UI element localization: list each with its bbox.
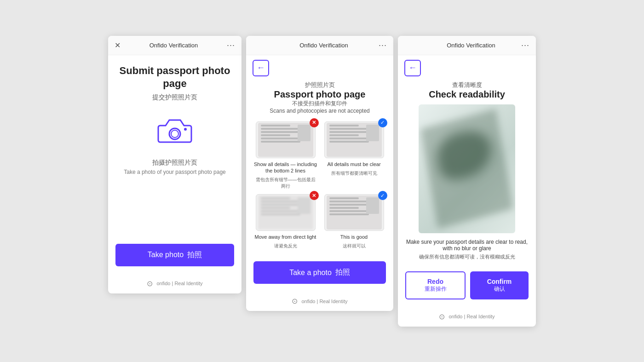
take-passport-subtitle-en: Take a photo of your passport photo page xyxy=(124,169,226,175)
onfido-logo-3: ⊙ onfido | Real Identity xyxy=(398,307,536,327)
onfido-logo-text-3: onfido | Real Identity xyxy=(448,314,494,319)
example-bad-glare: ✕ Move away from direct light 请避免反光 xyxy=(253,194,317,249)
examples-grid: ✕ Show all details — including the botto… xyxy=(253,121,386,250)
confirm-label-en: Confirm xyxy=(476,278,523,285)
caption-en-cutoff: Show all details — including the bottom … xyxy=(253,161,317,174)
title-bar-1: ✕ Onfido Verification ··· xyxy=(108,36,242,55)
redo-button[interactable]: Redo 重新操作 xyxy=(405,271,466,299)
example-img-bad-glare: ✕ xyxy=(256,194,316,231)
panel-3-body: 查看清晰度 Check readability Make sure your p… xyxy=(398,81,536,307)
caption-zh-glare: 请避免反光 xyxy=(274,243,297,249)
more-options-icon[interactable]: ··· xyxy=(227,40,235,50)
title-bar-3: Onfido Verification ··· xyxy=(398,36,536,55)
passport-mockup-good xyxy=(327,195,382,230)
onfido-logo-icon-2: ⊙ xyxy=(292,297,298,305)
onfido-logo-icon-3: ⊙ xyxy=(439,312,445,321)
confirm-label-zh: 确认 xyxy=(476,285,523,293)
caption-zh-cutoff: 需包含所有细节——包括最后两行 xyxy=(253,177,317,190)
svg-point-1 xyxy=(171,130,178,138)
take-photo-en-label: Take photo xyxy=(148,251,184,259)
panel-1: ✕ Onfido Verification ··· Submit passpor… xyxy=(108,36,242,293)
panel-2: Onfido Verification ··· ← 护照照片页 Passport… xyxy=(246,36,393,311)
camera-icon xyxy=(156,115,193,145)
bad-badge-glare: ✕ xyxy=(310,191,319,200)
readability-title-en: Check readability xyxy=(429,89,505,100)
readability-title-zh: 查看清晰度 xyxy=(429,81,505,89)
passport-mockup-cutoff xyxy=(258,123,313,157)
confirm-button[interactable]: Confirm 确认 xyxy=(470,271,529,299)
svg-point-2 xyxy=(184,128,187,131)
panel-2-header: 护照照片页 Passport photo page 不接受扫描件和复印件 Sca… xyxy=(270,81,370,114)
no-scans-label-zh: 不接受扫描件和复印件 xyxy=(270,100,370,108)
readability-desc-en: Make sure your passport details are clea… xyxy=(405,239,529,252)
panel-2-body: 护照照片页 Passport photo page 不接受扫描件和复印件 Sca… xyxy=(246,81,393,292)
passport-mockup-glare xyxy=(258,195,313,230)
panel-3-title: Onfido Verification xyxy=(447,42,495,49)
example-img-good-this: ✓ xyxy=(324,194,384,231)
submit-passport-title-en: Submit passport photo page xyxy=(115,64,234,91)
passport-page-label-zh: 护照照片页 xyxy=(270,81,370,89)
onfido-logo-icon-1: ⊙ xyxy=(147,279,153,288)
take-photo-en-label-2: Take a photo xyxy=(289,269,332,277)
good-badge-clear: ✓ xyxy=(378,118,387,127)
no-scans-label-en: Scans and photocopies are not accepted xyxy=(270,108,370,114)
action-buttons: Redo 重新操作 Confirm 确认 xyxy=(405,271,529,299)
example-img-good-clear: ✓ xyxy=(324,121,384,158)
onfido-logo-2: ⊙ onfido | Real Identity xyxy=(246,291,393,311)
redo-label-en: Redo xyxy=(412,278,459,285)
example-bad-cutoff: ✕ Show all details — including the botto… xyxy=(253,121,317,190)
take-passport-subtitle-zh: 拍摄护照照片页 xyxy=(152,159,197,167)
take-photo-zh-label: 拍照 xyxy=(187,250,202,260)
more-options-icon-3[interactable]: ··· xyxy=(521,40,529,50)
good-badge-this: ✓ xyxy=(378,191,387,200)
title-bar-2: Onfido Verification ··· xyxy=(246,36,393,55)
passport-page-label-en: Passport photo page xyxy=(270,89,370,100)
panel-3-header: 查看清晰度 Check readability xyxy=(429,81,505,100)
panel-2-title: Onfido Verification xyxy=(299,42,348,49)
more-options-icon-2[interactable]: ··· xyxy=(379,40,387,50)
take-photo-zh-label-2: 拍照 xyxy=(335,268,350,277)
onfido-logo-1: ⊙ onfido | Real Identity xyxy=(108,274,242,293)
passport-preview-image xyxy=(419,104,515,233)
panel-1-body: Submit passport photo page 提交护照照片页 拍摄护照照… xyxy=(108,55,242,274)
example-good-clear: ✓ All details must be clear 所有细节都要清晰可见 xyxy=(322,121,386,190)
onfido-logo-text-1: onfido | Real Identity xyxy=(156,281,202,286)
passport-blur xyxy=(420,109,514,229)
passport-mockup-clear xyxy=(327,123,382,157)
example-img-bad-cutoff: ✕ xyxy=(256,121,316,158)
submit-passport-title-zh: 提交护照照片页 xyxy=(152,93,197,102)
take-photo-button-2[interactable]: Take a photo 拍照 xyxy=(253,261,386,284)
caption-zh-clear: 所有细节都要清晰可见 xyxy=(331,170,377,177)
panel-1-title: Onfido Verification xyxy=(150,42,198,49)
close-icon[interactable]: ✕ xyxy=(115,41,121,50)
caption-en-clear: All details must be clear xyxy=(327,161,380,167)
caption-zh-this: 这样就可以 xyxy=(343,243,366,249)
back-button-2[interactable]: ← xyxy=(253,60,269,76)
redo-label-zh: 重新操作 xyxy=(412,285,459,293)
onfido-logo-text-2: onfido | Real Identity xyxy=(301,299,347,304)
take-photo-button-1[interactable]: Take photo 拍照 xyxy=(115,244,234,266)
camera-icon-wrapper xyxy=(156,115,193,145)
bad-badge-cutoff: ✕ xyxy=(310,118,319,127)
caption-en-glare: Move away from direct light xyxy=(255,234,316,240)
panel-3: Onfido Verification ··· ← 查看清晰度 Check re… xyxy=(398,36,536,327)
caption-en-this: This is good xyxy=(340,234,368,240)
example-good-this: ✓ This is good 这样就可以 xyxy=(322,194,386,249)
back-button-3[interactable]: ← xyxy=(404,60,421,76)
readability-desc-zh: 确保所有信息都清晰可读，没有模糊或反光 xyxy=(419,253,515,260)
